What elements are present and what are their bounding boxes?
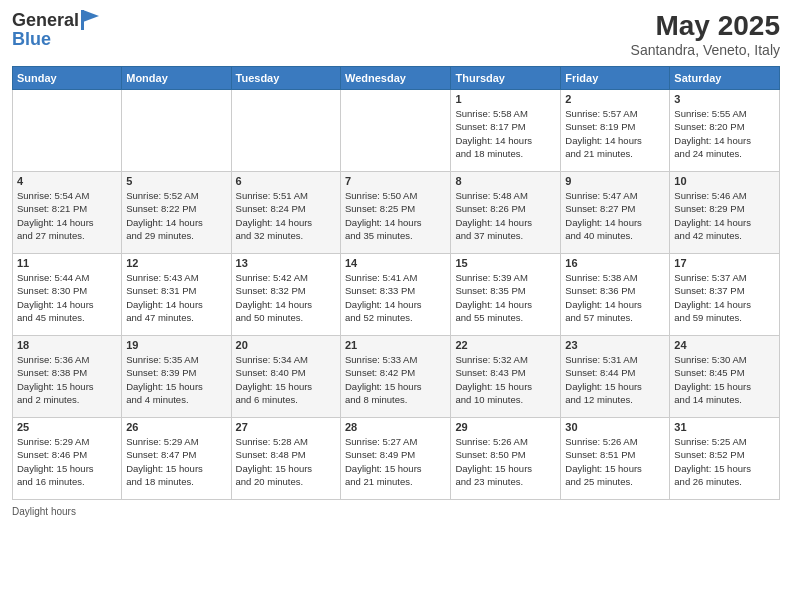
calendar-cell: 24Sunrise: 5:30 AM Sunset: 8:45 PM Dayli… bbox=[670, 336, 780, 418]
calendar-week-row: 18Sunrise: 5:36 AM Sunset: 8:38 PM Dayli… bbox=[13, 336, 780, 418]
day-number: 10 bbox=[674, 175, 775, 187]
calendar-cell bbox=[122, 90, 231, 172]
calendar-cell: 7Sunrise: 5:50 AM Sunset: 8:25 PM Daylig… bbox=[341, 172, 451, 254]
day-number: 21 bbox=[345, 339, 446, 351]
calendar-day-header: Thursday bbox=[451, 67, 561, 90]
title-block: May 2025 Santandra, Veneto, Italy bbox=[631, 10, 780, 58]
day-info: Sunrise: 5:50 AM Sunset: 8:25 PM Dayligh… bbox=[345, 189, 446, 242]
day-number: 25 bbox=[17, 421, 117, 433]
logo-general-text: General bbox=[12, 10, 79, 31]
day-info: Sunrise: 5:25 AM Sunset: 8:52 PM Dayligh… bbox=[674, 435, 775, 488]
calendar-week-row: 25Sunrise: 5:29 AM Sunset: 8:46 PM Dayli… bbox=[13, 418, 780, 500]
calendar-cell: 1Sunrise: 5:58 AM Sunset: 8:17 PM Daylig… bbox=[451, 90, 561, 172]
day-number: 13 bbox=[236, 257, 336, 269]
day-info: Sunrise: 5:29 AM Sunset: 8:46 PM Dayligh… bbox=[17, 435, 117, 488]
day-info: Sunrise: 5:26 AM Sunset: 8:50 PM Dayligh… bbox=[455, 435, 556, 488]
calendar-day-header: Wednesday bbox=[341, 67, 451, 90]
day-number: 2 bbox=[565, 93, 665, 105]
day-info: Sunrise: 5:46 AM Sunset: 8:29 PM Dayligh… bbox=[674, 189, 775, 242]
day-number: 17 bbox=[674, 257, 775, 269]
day-info: Sunrise: 5:54 AM Sunset: 8:21 PM Dayligh… bbox=[17, 189, 117, 242]
calendar-cell: 18Sunrise: 5:36 AM Sunset: 8:38 PM Dayli… bbox=[13, 336, 122, 418]
calendar-day-header: Monday bbox=[122, 67, 231, 90]
day-info: Sunrise: 5:30 AM Sunset: 8:45 PM Dayligh… bbox=[674, 353, 775, 406]
day-info: Sunrise: 5:39 AM Sunset: 8:35 PM Dayligh… bbox=[455, 271, 556, 324]
day-number: 1 bbox=[455, 93, 556, 105]
day-info: Sunrise: 5:52 AM Sunset: 8:22 PM Dayligh… bbox=[126, 189, 226, 242]
day-number: 23 bbox=[565, 339, 665, 351]
calendar-day-header: Sunday bbox=[13, 67, 122, 90]
calendar-cell: 15Sunrise: 5:39 AM Sunset: 8:35 PM Dayli… bbox=[451, 254, 561, 336]
svg-marker-0 bbox=[83, 10, 99, 22]
calendar-day-header: Friday bbox=[561, 67, 670, 90]
calendar-cell: 2Sunrise: 5:57 AM Sunset: 8:19 PM Daylig… bbox=[561, 90, 670, 172]
logo-blue-text: Blue bbox=[12, 29, 99, 50]
day-number: 22 bbox=[455, 339, 556, 351]
calendar-cell: 27Sunrise: 5:28 AM Sunset: 8:48 PM Dayli… bbox=[231, 418, 340, 500]
day-number: 7 bbox=[345, 175, 446, 187]
calendar-cell: 19Sunrise: 5:35 AM Sunset: 8:39 PM Dayli… bbox=[122, 336, 231, 418]
day-info: Sunrise: 5:57 AM Sunset: 8:19 PM Dayligh… bbox=[565, 107, 665, 160]
calendar-cell: 3Sunrise: 5:55 AM Sunset: 8:20 PM Daylig… bbox=[670, 90, 780, 172]
calendar-cell: 6Sunrise: 5:51 AM Sunset: 8:24 PM Daylig… bbox=[231, 172, 340, 254]
day-info: Sunrise: 5:34 AM Sunset: 8:40 PM Dayligh… bbox=[236, 353, 336, 406]
calendar-cell: 11Sunrise: 5:44 AM Sunset: 8:30 PM Dayli… bbox=[13, 254, 122, 336]
logo: General Blue bbox=[12, 10, 99, 50]
day-number: 14 bbox=[345, 257, 446, 269]
logo-flag-icon bbox=[81, 10, 99, 30]
day-number: 24 bbox=[674, 339, 775, 351]
calendar-cell bbox=[13, 90, 122, 172]
calendar-cell: 25Sunrise: 5:29 AM Sunset: 8:46 PM Dayli… bbox=[13, 418, 122, 500]
day-number: 30 bbox=[565, 421, 665, 433]
day-info: Sunrise: 5:43 AM Sunset: 8:31 PM Dayligh… bbox=[126, 271, 226, 324]
day-info: Sunrise: 5:55 AM Sunset: 8:20 PM Dayligh… bbox=[674, 107, 775, 160]
day-number: 12 bbox=[126, 257, 226, 269]
calendar-cell: 30Sunrise: 5:26 AM Sunset: 8:51 PM Dayli… bbox=[561, 418, 670, 500]
day-number: 3 bbox=[674, 93, 775, 105]
day-number: 19 bbox=[126, 339, 226, 351]
day-info: Sunrise: 5:35 AM Sunset: 8:39 PM Dayligh… bbox=[126, 353, 226, 406]
calendar-cell: 17Sunrise: 5:37 AM Sunset: 8:37 PM Dayli… bbox=[670, 254, 780, 336]
day-info: Sunrise: 5:37 AM Sunset: 8:37 PM Dayligh… bbox=[674, 271, 775, 324]
calendar-cell: 4Sunrise: 5:54 AM Sunset: 8:21 PM Daylig… bbox=[13, 172, 122, 254]
day-info: Sunrise: 5:36 AM Sunset: 8:38 PM Dayligh… bbox=[17, 353, 117, 406]
day-info: Sunrise: 5:33 AM Sunset: 8:42 PM Dayligh… bbox=[345, 353, 446, 406]
day-info: Sunrise: 5:42 AM Sunset: 8:32 PM Dayligh… bbox=[236, 271, 336, 324]
day-info: Sunrise: 5:51 AM Sunset: 8:24 PM Dayligh… bbox=[236, 189, 336, 242]
day-info: Sunrise: 5:28 AM Sunset: 8:48 PM Dayligh… bbox=[236, 435, 336, 488]
day-info: Sunrise: 5:38 AM Sunset: 8:36 PM Dayligh… bbox=[565, 271, 665, 324]
day-info: Sunrise: 5:27 AM Sunset: 8:49 PM Dayligh… bbox=[345, 435, 446, 488]
day-number: 20 bbox=[236, 339, 336, 351]
svg-rect-1 bbox=[81, 10, 84, 30]
day-number: 8 bbox=[455, 175, 556, 187]
calendar-cell: 14Sunrise: 5:41 AM Sunset: 8:33 PM Dayli… bbox=[341, 254, 451, 336]
calendar-cell: 12Sunrise: 5:43 AM Sunset: 8:31 PM Dayli… bbox=[122, 254, 231, 336]
calendar-cell: 9Sunrise: 5:47 AM Sunset: 8:27 PM Daylig… bbox=[561, 172, 670, 254]
calendar-cell: 22Sunrise: 5:32 AM Sunset: 8:43 PM Dayli… bbox=[451, 336, 561, 418]
day-number: 29 bbox=[455, 421, 556, 433]
calendar-cell: 16Sunrise: 5:38 AM Sunset: 8:36 PM Dayli… bbox=[561, 254, 670, 336]
calendar-week-row: 11Sunrise: 5:44 AM Sunset: 8:30 PM Dayli… bbox=[13, 254, 780, 336]
calendar-week-row: 1Sunrise: 5:58 AM Sunset: 8:17 PM Daylig… bbox=[13, 90, 780, 172]
day-number: 18 bbox=[17, 339, 117, 351]
day-number: 6 bbox=[236, 175, 336, 187]
subtitle: Santandra, Veneto, Italy bbox=[631, 42, 780, 58]
day-info: Sunrise: 5:41 AM Sunset: 8:33 PM Dayligh… bbox=[345, 271, 446, 324]
calendar-table: SundayMondayTuesdayWednesdayThursdayFrid… bbox=[12, 66, 780, 500]
calendar-cell: 28Sunrise: 5:27 AM Sunset: 8:49 PM Dayli… bbox=[341, 418, 451, 500]
day-info: Sunrise: 5:58 AM Sunset: 8:17 PM Dayligh… bbox=[455, 107, 556, 160]
calendar-cell: 31Sunrise: 5:25 AM Sunset: 8:52 PM Dayli… bbox=[670, 418, 780, 500]
calendar-cell: 23Sunrise: 5:31 AM Sunset: 8:44 PM Dayli… bbox=[561, 336, 670, 418]
page-container: General Blue May 2025 Santandra, Veneto,… bbox=[0, 0, 792, 612]
calendar-cell: 21Sunrise: 5:33 AM Sunset: 8:42 PM Dayli… bbox=[341, 336, 451, 418]
calendar-cell: 5Sunrise: 5:52 AM Sunset: 8:22 PM Daylig… bbox=[122, 172, 231, 254]
calendar-cell: 8Sunrise: 5:48 AM Sunset: 8:26 PM Daylig… bbox=[451, 172, 561, 254]
day-number: 27 bbox=[236, 421, 336, 433]
day-number: 16 bbox=[565, 257, 665, 269]
day-info: Sunrise: 5:26 AM Sunset: 8:51 PM Dayligh… bbox=[565, 435, 665, 488]
day-number: 28 bbox=[345, 421, 446, 433]
day-info: Sunrise: 5:47 AM Sunset: 8:27 PM Dayligh… bbox=[565, 189, 665, 242]
calendar-week-row: 4Sunrise: 5:54 AM Sunset: 8:21 PM Daylig… bbox=[13, 172, 780, 254]
day-number: 5 bbox=[126, 175, 226, 187]
day-number: 9 bbox=[565, 175, 665, 187]
